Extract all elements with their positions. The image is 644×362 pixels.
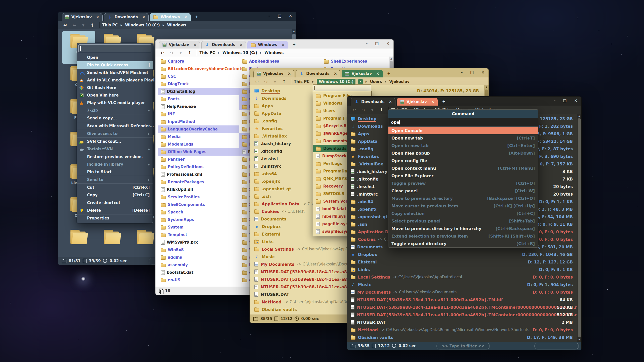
palette-item[interactable]: Close panel[Ctrl+W] (388, 187, 538, 195)
type-to-filter-box[interactable]: >> Type to filter << (436, 343, 490, 349)
scroll-thumb[interactable] (578, 118, 581, 337)
back-button[interactable]: ↩ (350, 107, 359, 112)
tab-downloads[interactable]: ↓Downloads× (201, 41, 246, 49)
context-menu-item[interactable]: Create shortcut (77, 199, 153, 207)
forward-button[interactable]: ↪ (167, 50, 176, 55)
command-palette-input[interactable]: ope (388, 118, 538, 127)
list-item[interactable]: DtcInstall.log (158, 88, 239, 95)
new-tab-button[interactable]: + (195, 14, 198, 19)
up-button[interactable]: ↑ (88, 23, 97, 28)
tab-windows[interactable]: Windows× (247, 41, 288, 49)
tab-downloads[interactable]: ↓Downloads× (351, 98, 395, 106)
back-button[interactable]: ↩ (158, 50, 167, 55)
list-item[interactable]: addins (158, 254, 239, 261)
scroll-down-icon[interactable]: ▼ (577, 338, 581, 342)
context-menu-item[interactable]: Pin to Quick access (77, 61, 153, 69)
list-item[interactable]: AppReadiness (239, 58, 321, 65)
list-item[interactable]: EksterniD: 12, F: 127, 12 GB (348, 258, 576, 266)
list-item[interactable]: ◆DropboxD: 230, F: 1043, 46 GB (348, 251, 576, 258)
context-menu-item[interactable]: Properties (77, 214, 153, 222)
context-menu-item[interactable]: TortoiseSVN▶ (77, 145, 153, 153)
list-item[interactable]: BitLockerDiscoveryVolumeContents (158, 65, 239, 73)
list-item[interactable]: WMSysPr9.prx (158, 239, 239, 246)
list-item[interactable]: ModemLogs (158, 141, 239, 148)
list-item[interactable]: CSC (158, 73, 239, 80)
list-item[interactable]: PolicyDefinitions (158, 163, 239, 171)
list-item[interactable]: ShellComponents (158, 201, 239, 208)
breadcrumb-item[interactable]: This PC (294, 79, 309, 84)
back-button[interactable]: ↩ (252, 79, 261, 84)
list-item[interactable]: LinksD: 0, F: 3, 1 KB (348, 266, 576, 273)
tab-close-icon[interactable]: × (193, 42, 197, 47)
list-item[interactable]: TempInst (158, 231, 239, 239)
up-button[interactable]: ↑ (185, 50, 194, 55)
forward-button[interactable]: ↪ (261, 79, 270, 84)
window-close-button[interactable]: × (386, 41, 389, 46)
breadcrumb-item[interactable]: Users (370, 79, 382, 84)
tab-vjekoslav[interactable]: Vjekoslav× (397, 98, 438, 106)
palette-item[interactable]: Open files popup[Alt+Down] (388, 149, 538, 157)
context-menu-item[interactable]: Git Bash Here (77, 84, 153, 92)
list-item[interactable]: WinSxS (158, 246, 239, 254)
tab-close-icon[interactable]: × (389, 100, 392, 104)
scroll-up-icon[interactable]: ▲ (389, 57, 393, 61)
context-menu-item[interactable]: Include in library▶ (77, 161, 153, 168)
list-item[interactable]: Offline Web Pages (158, 148, 239, 156)
list-item[interactable]: NetHood-> C:\Users\Vjekoslav\AppData\Roa… (348, 326, 576, 334)
scroll-up-icon[interactable]: ▲ (292, 29, 296, 33)
context-menu-item[interactable]: 7-Zip▶ (77, 107, 153, 114)
list-item[interactable]: NTUSER.DAT{53b39e88-18c4-11ea-a811-000d3… (348, 296, 576, 303)
palette-item[interactable]: Move cursor to previous item[Ctrl+K] [Ct… (388, 202, 538, 210)
path-edit-input[interactable] (313, 84, 371, 92)
window-maximize-button[interactable]: □ (375, 41, 379, 46)
tab-close-icon[interactable]: × (96, 15, 99, 19)
tab-downloads[interactable]: ↓Downloads× (296, 70, 340, 77)
list-item[interactable]: ServiceProfiles (158, 193, 239, 201)
palette-item[interactable]: Select previous panel[Shift+Tab] (388, 217, 538, 225)
filter-box-right[interactable] (534, 343, 579, 349)
titlebar[interactable]: ↓Downloads×Vjekoslav×+ –□× (347, 97, 581, 106)
context-menu-item[interactable]: Delete[Delete] (77, 207, 153, 214)
breadcrumb-item[interactable]: Windows 10 (C:) (222, 51, 257, 55)
window-minimize-button[interactable]: – (366, 41, 368, 46)
tab-close-icon[interactable]: × (288, 71, 291, 76)
context-menu-item[interactable]: Add to VLC media player's Playlist (77, 76, 153, 84)
titlebar[interactable]: Vjekoslav×↓Downloads×Windows×+ –□× (155, 39, 393, 49)
history-dropdown-button[interactable]: ▾ (79, 23, 88, 28)
list-item[interactable]: Panther (158, 156, 239, 163)
tab-close-icon[interactable]: × (281, 42, 285, 47)
back-button[interactable]: ↩ (61, 23, 70, 28)
list-item[interactable]: en-US (158, 276, 239, 284)
list-item[interactable]: RtlExUpd.dll (158, 186, 239, 193)
window-maximize-button[interactable]: □ (563, 98, 567, 103)
new-tab-button[interactable]: + (387, 71, 390, 76)
breadcrumb-dropdown-icon[interactable]: ▾ (358, 79, 363, 84)
titlebar[interactable]: Vjekoslav×↓Downloads×Windows×+ –□× (58, 12, 296, 21)
palette-item[interactable]: Open config file (388, 157, 538, 164)
list-item[interactable]: RemotePackages (158, 178, 239, 186)
palette-item[interactable]: Toggle expand directory[Ctrl+B] (388, 240, 538, 247)
tab-vjekoslav[interactable]: Vjekoslav× (253, 70, 294, 77)
palette-item[interactable]: Open Console (388, 127, 538, 134)
list-item[interactable]: My Documents-> C:\Users\Vjekoslav\Docume… (348, 288, 576, 296)
scroll-up-icon[interactable]: ▲ (577, 114, 581, 118)
tab-vjekoslav[interactable]: Vjekoslav× (342, 70, 383, 77)
context-menu-item[interactable]: SVN Checkout... (77, 138, 153, 145)
list-item[interactable]: ShellExperiences (321, 58, 389, 65)
list-item[interactable]: SystemApps (158, 216, 239, 223)
context-menu-item[interactable]: Send a copy... (77, 114, 153, 122)
context-menu-item[interactable]: Open (77, 54, 153, 61)
context-menu-item[interactable]: Give access to▶ (77, 130, 153, 138)
scrollbar[interactable]: ▲ ▼ (577, 114, 581, 342)
list-item[interactable]: ♪MusicD: 0, F: 1, 504 bytes (348, 281, 576, 288)
window-maximize-button[interactable]: □ (470, 70, 474, 75)
window-maximize-button[interactable]: □ (278, 14, 281, 18)
list-item[interactable]: Local Settings-> C:\Users\Vjekoslav\AppD… (348, 273, 576, 281)
breadcrumb-item[interactable]: Windows 10 (C:) (125, 23, 160, 27)
breadcrumb-item[interactable]: This PC (199, 51, 215, 55)
list-item[interactable]: Professional.xml (158, 171, 239, 178)
list-item[interactable]: Media (158, 133, 239, 141)
breadcrumb-item[interactable]: Windows (167, 23, 186, 27)
window-close-button[interactable]: × (289, 14, 292, 18)
tab-close-icon[interactable]: × (334, 71, 337, 76)
